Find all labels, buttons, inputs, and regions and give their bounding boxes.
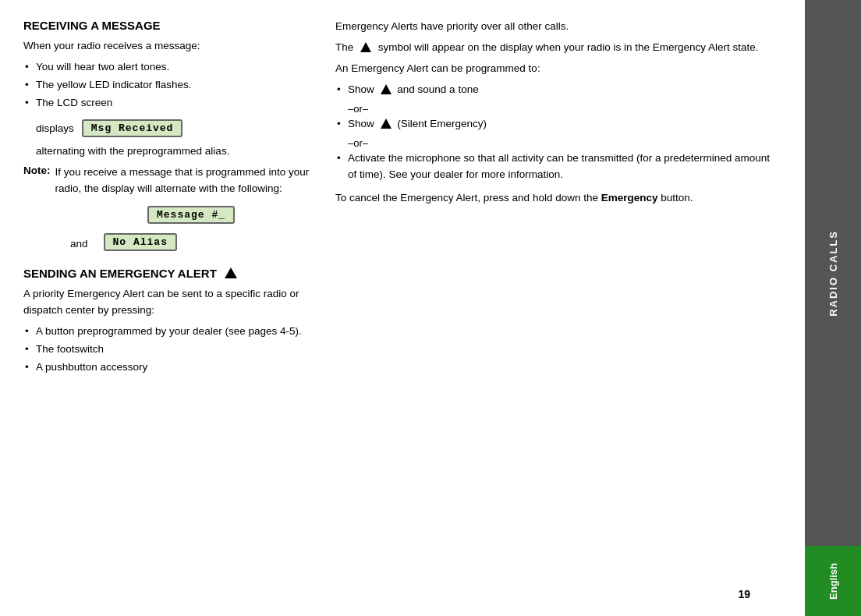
- receiving-title: RECEIVING A MESSAGE: [23, 19, 312, 32]
- receiving-bullets: You will hear two alert tones. The yello…: [23, 59, 312, 112]
- right-bullets-3: Activate the microphone so that all acti…: [335, 150, 781, 183]
- bullet-1: You will hear two alert tones.: [23, 59, 312, 76]
- para2-after: symbol will appear on the display when y…: [378, 41, 759, 53]
- note-label: Note:: [23, 165, 51, 197]
- message-display-row: Message #_: [70, 203, 312, 227]
- main-content: RECEIVING A MESSAGE When your radio rece…: [0, 0, 805, 616]
- lcd-received: Msg Received: [82, 119, 183, 137]
- right-column: Emergency Alerts have priority over all …: [335, 19, 781, 600]
- right-para1: Emergency Alerts have priority over all …: [335, 19, 781, 35]
- sending-title: SENDING AN EMERGENCY ALERT: [23, 267, 312, 280]
- sending-bullet-2: The footswitch: [23, 342, 312, 358]
- sidebar-top-label: RADIO CALLS: [827, 230, 839, 317]
- emergency-icon-title: [225, 267, 237, 278]
- right-para3: An Emergency Alert can be programmed to:: [335, 61, 781, 77]
- right-para2: The symbol will appear on the display wh…: [335, 40, 781, 56]
- or-text-1: –or–: [348, 103, 781, 115]
- receiving-intro: When your radio receives a message:: [23, 38, 312, 55]
- sending-bullet-1: A button preprogrammed by your dealer (s…: [23, 324, 312, 340]
- right-bullet-2: Show (Silent Emergency): [335, 116, 781, 133]
- sending-section: SENDING AN EMERGENCY ALERT A priority Em…: [23, 267, 312, 376]
- emergency-icon-symbol: [360, 42, 371, 52]
- displays-section: displays Msg Received alternating with t…: [23, 116, 312, 160]
- note-block: Note: If you receive a message that is p…: [23, 165, 312, 197]
- or-text-2: –or–: [348, 137, 781, 149]
- sidebar-top: RADIO CALLS: [805, 0, 861, 546]
- no-alias-row: and No Alias: [70, 230, 312, 254]
- bullet-2: The yellow LED indicator flashes.: [23, 77, 312, 94]
- alternating-text: alternating with the preprogrammed alias…: [36, 143, 312, 160]
- lcd-no-alias: No Alias: [104, 233, 177, 251]
- sending-intro: A priority Emergency Alert can be sent t…: [23, 286, 312, 319]
- bullet-3: The LCD screen: [23, 95, 312, 112]
- right-bullets: Show and sound a tone: [335, 82, 781, 98]
- emergency-icon-b2: [381, 119, 392, 129]
- sidebar-bottom: English: [805, 546, 861, 616]
- right-bullets-2: Show (Silent Emergency): [335, 116, 781, 133]
- left-column: RECEIVING A MESSAGE When your radio rece…: [23, 19, 312, 600]
- page-number: 19: [738, 588, 750, 600]
- emergency-icon-b1: [381, 84, 392, 94]
- sidebar: RADIO CALLS English: [805, 0, 861, 616]
- note-text: If you receive a message that is program…: [55, 165, 313, 197]
- displays-label: displays: [36, 122, 74, 134]
- sending-bullets: A button preprogrammed by your dealer (s…: [23, 324, 312, 376]
- and-label: and: [70, 238, 88, 250]
- lcd-message: Message #_: [147, 206, 235, 224]
- sending-bullet-3: A pushbutton accessory: [23, 359, 312, 376]
- cancel-text: To cancel the Emergency Alert, press and…: [335, 190, 781, 207]
- right-bullet-3: Activate the microphone so that all acti…: [335, 150, 781, 183]
- right-bullet-1: Show and sound a tone: [335, 82, 781, 98]
- para2-before: The: [335, 41, 353, 53]
- sidebar-bottom-label: English: [827, 563, 839, 600]
